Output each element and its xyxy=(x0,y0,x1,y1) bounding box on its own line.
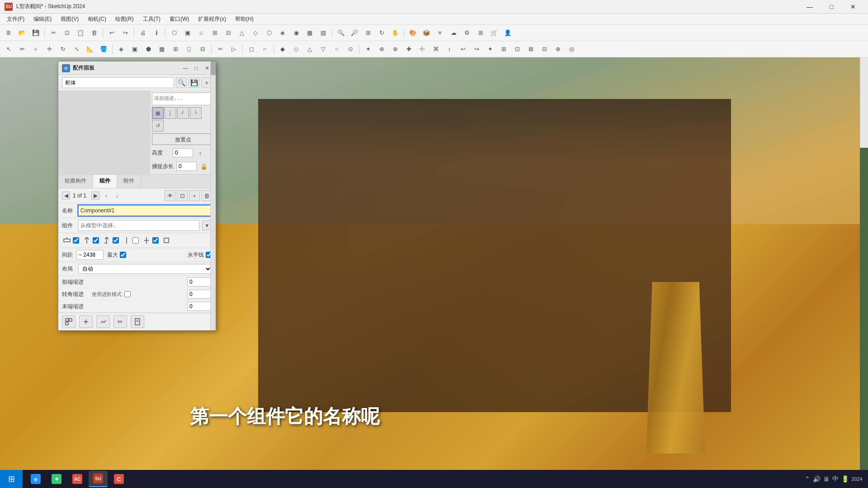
tb-settings[interactable]: ⚙ xyxy=(461,27,473,39)
tb2-tag2[interactable]: ◇ xyxy=(290,43,302,56)
tb2-tag3[interactable]: △ xyxy=(303,43,316,56)
tb-paste[interactable]: 📋 xyxy=(74,27,87,39)
tb-new[interactable]: 🗎 xyxy=(2,27,15,39)
sort-asc-btn[interactable]: ↑ xyxy=(102,192,110,200)
max-checkbox[interactable] xyxy=(120,252,126,258)
tb2-comp1[interactable]: ◈ xyxy=(115,43,127,56)
tab-outline[interactable]: 轮廓构件 xyxy=(58,175,93,188)
tb-copy[interactable]: ⊡ xyxy=(61,27,73,39)
tb-3d3[interactable]: ⌂ xyxy=(195,27,208,39)
panel-minimize-btn[interactable]: — xyxy=(180,63,190,73)
tb2-shape1[interactable]: ✂ xyxy=(214,43,226,56)
tb2-ext8[interactable]: ↩ xyxy=(457,43,469,56)
tb-orbit[interactable]: ↻ xyxy=(375,27,388,39)
taskbar-item-explorer[interactable]: e xyxy=(26,471,45,487)
tab-accessory[interactable]: 附件 xyxy=(117,175,141,188)
tb2-paint[interactable]: 🪣 xyxy=(97,43,110,56)
tb2-ext14[interactable]: ⊟ xyxy=(538,43,551,56)
tb2-rotate[interactable]: ↻ xyxy=(57,43,69,56)
tb2-ext3[interactable]: ⊗ xyxy=(389,43,401,56)
glue-btn-5[interactable]: ↺ xyxy=(152,120,164,131)
visibility-btn[interactable]: 👁 xyxy=(165,190,175,201)
tb-save[interactable]: 💾 xyxy=(29,27,42,39)
taskbar-item-green[interactable]: ✦ xyxy=(47,471,66,487)
tb-3d8[interactable]: ⬡ xyxy=(263,27,275,39)
tb2-ext16[interactable]: ◎ xyxy=(565,43,578,56)
menu-file[interactable]: 文件(F) xyxy=(2,14,29,24)
advance3-input[interactable] xyxy=(187,302,212,311)
tb-comp[interactable]: 📦 xyxy=(420,27,433,39)
tb-3d6[interactable]: △ xyxy=(236,27,248,39)
menu-window[interactable]: 窗口(W) xyxy=(165,14,193,24)
panel-search-button[interactable]: 🔍 xyxy=(176,77,187,88)
tb2-arc2[interactable]: ⌐ xyxy=(259,43,271,56)
tb2-ext15[interactable]: ⊕ xyxy=(552,43,564,56)
tb-cut[interactable]: ✂ xyxy=(47,27,60,39)
panel-scroll-thumb[interactable] xyxy=(211,61,216,75)
snap-icon[interactable]: 🔒 xyxy=(199,162,208,171)
advance2-input[interactable] xyxy=(187,290,212,299)
tb-cloud[interactable]: ☁ xyxy=(447,27,460,39)
advance2-checkbox[interactable] xyxy=(124,291,131,297)
bottom-btn-5[interactable] xyxy=(131,315,144,328)
height-input[interactable] xyxy=(173,148,193,157)
menu-draw[interactable]: 绘图(R) xyxy=(111,14,138,24)
tray-ime[interactable]: 中 xyxy=(832,475,839,483)
conn-check-1[interactable] xyxy=(73,237,79,244)
tb-3d4[interactable]: ⊞ xyxy=(208,27,221,39)
glue-btn-3[interactable]: ┘ xyxy=(177,107,189,119)
glue-btn-1[interactable]: ▦ xyxy=(152,107,164,119)
conn-check-3[interactable] xyxy=(113,237,119,244)
tb2-ext4[interactable]: ✚ xyxy=(402,43,415,56)
tb-3d2[interactable]: ▣ xyxy=(181,27,194,39)
menu-tools[interactable]: 工具(T) xyxy=(138,14,165,24)
tb-mat[interactable]: 🎨 xyxy=(406,27,419,39)
taskbar-item-red[interactable]: AC xyxy=(68,471,87,487)
layout-select[interactable]: 自动 手动 均匀 xyxy=(78,264,212,274)
name-input[interactable] xyxy=(78,205,212,216)
tb2-tape[interactable]: 📐 xyxy=(84,43,96,56)
tb2-arc1[interactable]: ◻ xyxy=(245,43,258,56)
conn-check-5[interactable] xyxy=(152,237,159,244)
tb-3d11[interactable]: ▦ xyxy=(303,27,316,39)
tb2-comp5[interactable]: ⊞ xyxy=(169,43,182,56)
panel-description[interactable] xyxy=(152,93,214,105)
close-button[interactable]: ✕ xyxy=(843,0,863,14)
tb-pan[interactable]: ✋ xyxy=(389,27,401,39)
duplicate-btn[interactable]: ⊡ xyxy=(177,190,188,201)
tb2-tag5[interactable]: ○ xyxy=(330,43,343,56)
tray-speaker[interactable]: 🔊 xyxy=(813,475,821,483)
tb2-pencil[interactable]: ✏ xyxy=(16,43,28,56)
snap-input[interactable] xyxy=(176,162,197,171)
tb2-ext6[interactable]: ⌘ xyxy=(429,43,442,56)
tb-layers[interactable]: ≡ xyxy=(434,27,446,39)
advance1-input[interactable] xyxy=(187,277,212,286)
add-instance-btn[interactable]: + xyxy=(189,190,200,201)
menu-camera[interactable]: 相机(C) xyxy=(83,14,111,24)
start-button[interactable]: ⊞ xyxy=(0,470,23,488)
tb2-comp7[interactable]: ⊟ xyxy=(196,43,209,56)
bottom-btn-1[interactable] xyxy=(62,315,75,328)
tb2-comp6[interactable]: ⌺ xyxy=(183,43,195,56)
conn-check-4[interactable] xyxy=(132,237,139,244)
menu-help[interactable]: 帮助(H) xyxy=(231,14,258,24)
instance-prev-btn[interactable]: ◀ xyxy=(62,192,70,200)
tb2-shape2[interactable]: ▷ xyxy=(227,43,240,56)
tb2-ext1[interactable]: ✦ xyxy=(362,43,374,56)
tb-delete[interactable]: 🗑 xyxy=(88,27,100,39)
panel-maximize-btn[interactable]: □ xyxy=(191,63,201,73)
tb-3d7[interactable]: ◇ xyxy=(249,27,262,39)
conn-check-2[interactable] xyxy=(93,237,99,244)
tb2-tag1[interactable]: ◆ xyxy=(276,43,289,56)
tb-print[interactable]: 🖨 xyxy=(137,27,149,39)
sort-desc-btn[interactable]: ↓ xyxy=(113,192,121,200)
tb-3d10[interactable]: ◉ xyxy=(290,27,302,39)
glue-btn-4[interactable]: └ xyxy=(190,107,202,119)
tb2-ext12[interactable]: ⊡ xyxy=(511,43,524,56)
tb-open[interactable]: 📂 xyxy=(16,27,28,39)
panel-scrollbar[interactable] xyxy=(210,61,216,330)
tb-info[interactable]: ℹ xyxy=(150,27,163,39)
tb2-ext5[interactable]: ☩ xyxy=(416,43,429,56)
tb2-ext13[interactable]: ⊠ xyxy=(524,43,537,56)
tb-undo[interactable]: ↩ xyxy=(105,27,118,39)
